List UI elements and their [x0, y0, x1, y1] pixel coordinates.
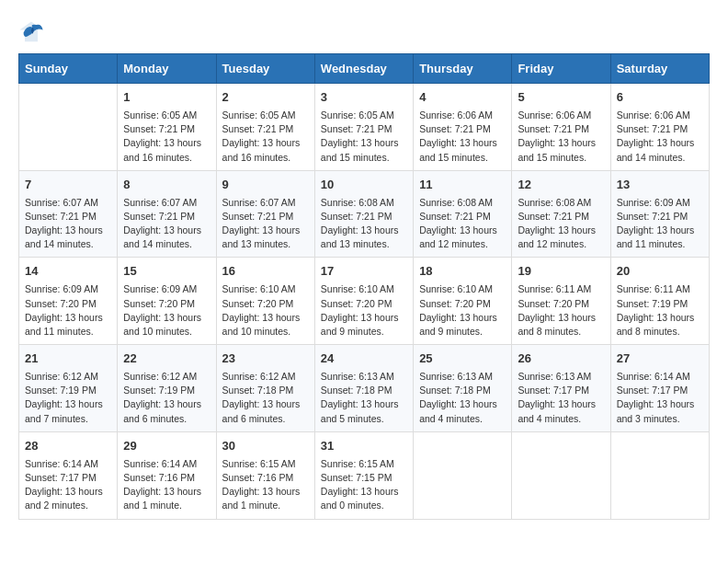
calendar-cell: 9Sunrise: 6:07 AM Sunset: 7:21 PM Daylig…: [216, 170, 314, 258]
calendar-cell: 10Sunrise: 6:08 AM Sunset: 7:21 PM Dayli…: [314, 170, 413, 258]
header-thursday: Thursday: [414, 54, 512, 84]
day-number: 15: [123, 263, 210, 281]
calendar-cell: 28Sunrise: 6:14 AM Sunset: 7:17 PM Dayli…: [19, 431, 118, 519]
day-info: Sunrise: 6:09 AM Sunset: 7:20 PM Dayligh…: [123, 282, 210, 339]
day-number: 17: [321, 263, 407, 281]
day-number: 8: [123, 177, 210, 194]
day-number: 16: [222, 263, 309, 281]
calendar-cell: 8Sunrise: 6:07 AM Sunset: 7:21 PM Daylig…: [118, 170, 216, 258]
day-number: 27: [617, 350, 703, 368]
day-info: Sunrise: 6:05 AM Sunset: 7:21 PM Dayligh…: [222, 109, 309, 165]
calendar-cell: 29Sunrise: 6:14 AM Sunset: 7:16 PM Dayli…: [118, 431, 216, 519]
calendar-cell: 12Sunrise: 6:08 AM Sunset: 7:21 PM Dayli…: [512, 170, 610, 258]
calendar-cell: 2Sunrise: 6:05 AM Sunset: 7:21 PM Daylig…: [216, 84, 314, 171]
day-info: Sunrise: 6:08 AM Sunset: 7:21 PM Dayligh…: [419, 196, 506, 252]
calendar-cell: 31Sunrise: 6:15 AM Sunset: 7:15 PM Dayli…: [314, 431, 413, 519]
day-info: Sunrise: 6:12 AM Sunset: 7:19 PM Dayligh…: [25, 370, 111, 426]
day-number: 26: [518, 350, 604, 368]
day-number: 14: [25, 263, 111, 281]
calendar-cell: 7Sunrise: 6:07 AM Sunset: 7:21 PM Daylig…: [19, 170, 118, 258]
calendar-cell: 23Sunrise: 6:12 AM Sunset: 7:18 PM Dayli…: [216, 345, 314, 432]
day-info: Sunrise: 6:09 AM Sunset: 7:21 PM Dayligh…: [617, 196, 703, 252]
day-number: 31: [321, 438, 407, 455]
calendar-week-row: 14Sunrise: 6:09 AM Sunset: 7:20 PM Dayli…: [19, 258, 710, 345]
day-number: 12: [518, 177, 604, 194]
day-number: 29: [123, 438, 210, 455]
calendar-cell: 19Sunrise: 6:11 AM Sunset: 7:20 PM Dayli…: [512, 258, 610, 345]
day-number: 21: [25, 350, 111, 368]
calendar-cell: 25Sunrise: 6:13 AM Sunset: 7:18 PM Dayli…: [414, 345, 512, 432]
calendar-cell: 15Sunrise: 6:09 AM Sunset: 7:20 PM Dayli…: [118, 258, 216, 345]
day-number: 25: [419, 350, 506, 368]
calendar-week-row: 1Sunrise: 6:05 AM Sunset: 7:21 PM Daylig…: [19, 84, 710, 171]
calendar-cell: 14Sunrise: 6:09 AM Sunset: 7:20 PM Dayli…: [19, 258, 118, 345]
calendar-cell: [610, 431, 709, 519]
day-info: Sunrise: 6:15 AM Sunset: 7:16 PM Dayligh…: [222, 457, 309, 513]
calendar-cell: 1Sunrise: 6:05 AM Sunset: 7:21 PM Daylig…: [118, 84, 216, 171]
calendar-cell: [19, 84, 118, 171]
day-number: 19: [518, 263, 604, 281]
day-info: Sunrise: 6:11 AM Sunset: 7:20 PM Dayligh…: [518, 282, 604, 339]
day-info: Sunrise: 6:11 AM Sunset: 7:19 PM Dayligh…: [617, 282, 703, 339]
day-number: 4: [419, 89, 506, 107]
calendar-header-row: SundayMondayTuesdayWednesdayThursdayFrid…: [19, 54, 710, 84]
header-wednesday: Wednesday: [314, 54, 413, 84]
day-info: Sunrise: 6:15 AM Sunset: 7:15 PM Dayligh…: [321, 457, 407, 513]
calendar-cell: 5Sunrise: 6:06 AM Sunset: 7:21 PM Daylig…: [512, 84, 610, 171]
day-info: Sunrise: 6:13 AM Sunset: 7:17 PM Dayligh…: [518, 370, 604, 426]
calendar-cell: 22Sunrise: 6:12 AM Sunset: 7:19 PM Dayli…: [118, 345, 216, 432]
calendar-week-row: 21Sunrise: 6:12 AM Sunset: 7:19 PM Dayli…: [19, 345, 710, 432]
day-info: Sunrise: 6:07 AM Sunset: 7:21 PM Dayligh…: [222, 196, 309, 252]
day-number: 1: [123, 89, 210, 107]
day-number: 28: [25, 438, 111, 455]
day-number: 18: [419, 263, 506, 281]
logo: [18, 18, 48, 44]
calendar-cell: 30Sunrise: 6:15 AM Sunset: 7:16 PM Dayli…: [216, 431, 314, 519]
calendar-cell: 26Sunrise: 6:13 AM Sunset: 7:17 PM Dayli…: [512, 345, 610, 432]
header-monday: Monday: [118, 54, 216, 84]
calendar-cell: 13Sunrise: 6:09 AM Sunset: 7:21 PM Dayli…: [610, 170, 709, 258]
calendar-cell: 20Sunrise: 6:11 AM Sunset: 7:19 PM Dayli…: [610, 258, 709, 345]
calendar-cell: 16Sunrise: 6:10 AM Sunset: 7:20 PM Dayli…: [216, 258, 314, 345]
calendar-cell: 6Sunrise: 6:06 AM Sunset: 7:21 PM Daylig…: [610, 84, 709, 171]
day-info: Sunrise: 6:07 AM Sunset: 7:21 PM Dayligh…: [123, 196, 210, 252]
calendar-cell: 27Sunrise: 6:14 AM Sunset: 7:17 PM Dayli…: [610, 345, 709, 432]
calendar-cell: [512, 431, 610, 519]
logo-icon: [18, 18, 44, 44]
day-number: 7: [25, 177, 111, 194]
day-info: Sunrise: 6:10 AM Sunset: 7:20 PM Dayligh…: [321, 282, 407, 339]
calendar-week-row: 7Sunrise: 6:07 AM Sunset: 7:21 PM Daylig…: [19, 170, 710, 258]
day-info: Sunrise: 6:13 AM Sunset: 7:18 PM Dayligh…: [419, 370, 506, 426]
day-number: 24: [321, 350, 407, 368]
day-info: Sunrise: 6:14 AM Sunset: 7:16 PM Dayligh…: [123, 457, 210, 513]
header-sunday: Sunday: [19, 54, 118, 84]
day-info: Sunrise: 6:12 AM Sunset: 7:19 PM Dayligh…: [123, 370, 210, 426]
day-info: Sunrise: 6:13 AM Sunset: 7:18 PM Dayligh…: [321, 370, 407, 426]
day-info: Sunrise: 6:05 AM Sunset: 7:21 PM Dayligh…: [321, 109, 407, 165]
day-number: 2: [222, 89, 309, 107]
day-info: Sunrise: 6:05 AM Sunset: 7:21 PM Dayligh…: [123, 109, 210, 165]
day-info: Sunrise: 6:06 AM Sunset: 7:21 PM Dayligh…: [518, 109, 604, 165]
day-number: 30: [222, 438, 309, 455]
calendar-week-row: 28Sunrise: 6:14 AM Sunset: 7:17 PM Dayli…: [19, 431, 710, 519]
header-saturday: Saturday: [610, 54, 709, 84]
day-info: Sunrise: 6:14 AM Sunset: 7:17 PM Dayligh…: [617, 370, 703, 426]
calendar-cell: 4Sunrise: 6:06 AM Sunset: 7:21 PM Daylig…: [414, 84, 512, 171]
day-number: 10: [321, 177, 407, 194]
day-number: 22: [123, 350, 210, 368]
day-info: Sunrise: 6:14 AM Sunset: 7:17 PM Dayligh…: [25, 457, 111, 513]
calendar-cell: 17Sunrise: 6:10 AM Sunset: 7:20 PM Dayli…: [314, 258, 413, 345]
day-info: Sunrise: 6:06 AM Sunset: 7:21 PM Dayligh…: [617, 109, 703, 165]
day-number: 11: [419, 177, 506, 194]
day-number: 20: [617, 263, 703, 281]
day-info: Sunrise: 6:08 AM Sunset: 7:21 PM Dayligh…: [518, 196, 604, 252]
day-info: Sunrise: 6:12 AM Sunset: 7:18 PM Dayligh…: [222, 370, 309, 426]
page-header: [18, 18, 710, 44]
day-number: 13: [617, 177, 703, 194]
calendar-cell: [414, 431, 512, 519]
calendar-cell: 11Sunrise: 6:08 AM Sunset: 7:21 PM Dayli…: [414, 170, 512, 258]
day-number: 9: [222, 177, 309, 194]
calendar-table: SundayMondayTuesdayWednesdayThursdayFrid…: [18, 53, 710, 520]
day-number: 6: [617, 89, 703, 107]
day-number: 23: [222, 350, 309, 368]
